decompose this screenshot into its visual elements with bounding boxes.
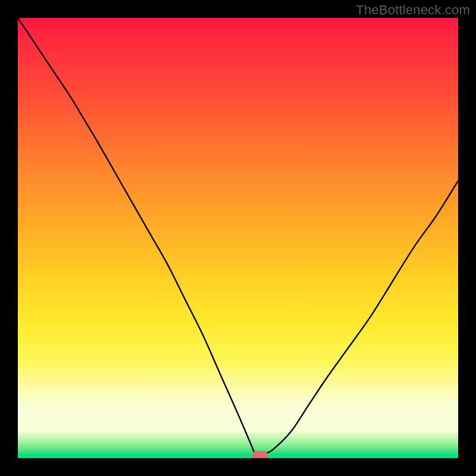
plot-area [18, 18, 458, 458]
chart-frame: TheBottleneck.com [0, 0, 476, 476]
bottleneck-curve [18, 18, 458, 458]
optimum-marker [252, 451, 268, 458]
curve-path [18, 18, 458, 455]
watermark-text: TheBottleneck.com [356, 2, 470, 18]
